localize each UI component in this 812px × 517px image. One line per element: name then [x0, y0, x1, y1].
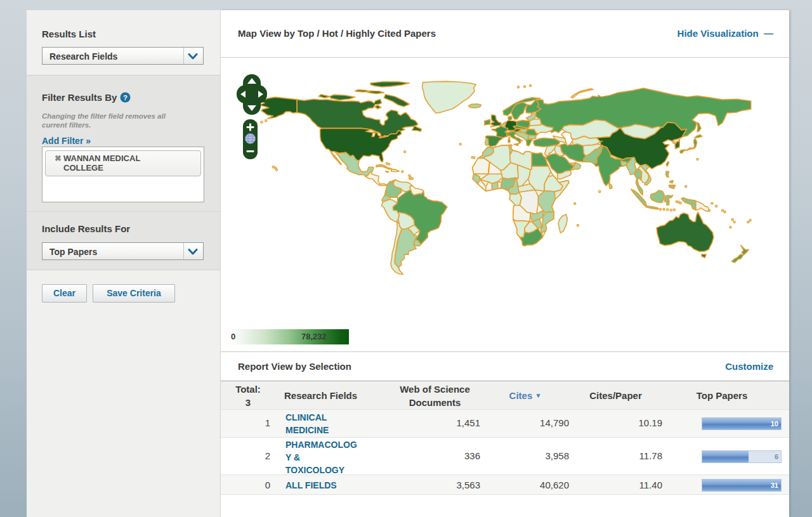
svg-text:?: ? [123, 94, 128, 101]
